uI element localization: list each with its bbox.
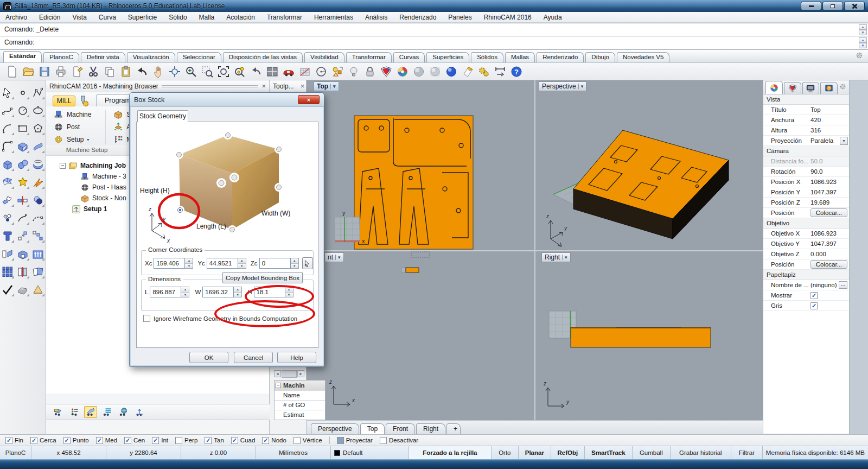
pan-hand-icon[interactable] [151, 64, 165, 79]
menu-transformar[interactable]: Transformar [267, 14, 302, 21]
tab-visibilidad[interactable]: Visibilidad [304, 52, 344, 62]
text-icon[interactable] [1, 229, 15, 243]
rotate-view-icon[interactable] [167, 64, 182, 79]
circle-icon[interactable] [16, 104, 30, 118]
car-icon[interactable] [281, 64, 296, 79]
menu-paneles[interactable]: Paneles [448, 14, 471, 21]
copy-model-bounding-box-button[interactable]: Copy Model Bounding Box [222, 272, 303, 283]
explode-star-icon[interactable] [16, 175, 30, 189]
tab-planosc[interactable]: PlanosC [43, 52, 79, 62]
osnap-med[interactable]: ✓Med [96, 437, 117, 444]
menu-herramientas[interactable]: Herramientas [314, 14, 353, 21]
menu-analisis[interactable]: Análisis [365, 14, 387, 21]
cancel-button[interactable]: Cancel [234, 352, 273, 363]
undo-icon[interactable] [135, 64, 149, 79]
help-icon[interactable]: ? [509, 64, 524, 79]
scroll-left-icon[interactable]: ◄ [274, 370, 281, 377]
menu-vista[interactable]: Vista [72, 14, 86, 21]
yc-input[interactable]: 44.9521 [207, 258, 238, 269]
split-icon[interactable] [16, 193, 30, 207]
length-input[interactable]: 896.887 [150, 287, 181, 297]
zc-spinner[interactable]: ▲▼ [291, 258, 299, 269]
tab-dibujo[interactable]: Dibujo [585, 52, 615, 62]
gcode-lines-icon[interactable] [100, 406, 113, 418]
browser-close-icon[interactable]: × [261, 83, 266, 90]
osnap-desactivar[interactable]: Desactivar [380, 437, 418, 444]
dimension-icon[interactable] [493, 64, 507, 79]
height-spinner[interactable]: ▲▼ [285, 287, 293, 297]
flash-icon[interactable] [31, 175, 45, 189]
shaded-sphere-icon[interactable] [411, 64, 426, 79]
tab-superficies[interactable]: Superficies [426, 52, 469, 62]
machine-axes-icon[interactable] [133, 406, 146, 418]
viewport-label-right[interactable]: Right▾ [541, 252, 571, 262]
tab-renderizado[interactable]: Renderizado [537, 52, 584, 62]
osnap-cuad[interactable]: ✓Cuad [231, 437, 256, 444]
dialog-close-button[interactable]: × [298, 95, 320, 104]
mostrar-checkbox[interactable]: ✓ [810, 292, 818, 299]
simulate-toolpath-icon[interactable] [84, 406, 97, 418]
viewport-right-canvas[interactable]: z y [534, 251, 763, 420]
sphere-icon[interactable] [16, 157, 30, 172]
zoom-in-icon[interactable] [183, 64, 198, 79]
help-tab-icon[interactable]: ? [820, 82, 838, 94]
command-input[interactable]: Comando: ▲ ▼ [0, 36, 868, 50]
history-scroll-up[interactable]: ▲ [859, 24, 867, 30]
array-icon[interactable] [31, 229, 45, 243]
new-file-icon[interactable] [4, 64, 19, 79]
cylinder-gray-icon[interactable] [16, 283, 30, 297]
visibility-icon[interactable] [1, 247, 15, 261]
status-filter[interactable]: Filtrar [731, 446, 763, 459]
history-scroll-down[interactable]: ▼ [859, 30, 867, 35]
viewport-tab-right[interactable]: Right [416, 423, 445, 434]
colocar-button[interactable]: Colocar... [810, 260, 847, 269]
tab-definir-vista[interactable]: Definir vista [81, 52, 125, 62]
scroll-right-icon[interactable]: ► [297, 370, 304, 377]
toolpaths-table-header[interactable]: − Machin [275, 381, 325, 390]
viewport-label-front[interactable]: nt▾ [324, 252, 344, 262]
status-gumball[interactable]: Gumball [633, 446, 671, 459]
mill-module-button[interactable]: MILL [53, 96, 75, 106]
colocar-button[interactable]: Colocar... [810, 208, 847, 217]
viewport-label-perspective[interactable]: Perspective▾ [539, 81, 586, 91]
print-icon[interactable] [53, 64, 68, 79]
fillet-curve-icon[interactable] [1, 140, 15, 154]
osnap-proyectar[interactable]: Proyectar [337, 437, 373, 444]
zoom-selected-icon[interactable] [232, 64, 247, 79]
gris-checkbox[interactable]: ✓ [810, 302, 818, 309]
osnap-punto[interactable]: ✓Punto [63, 437, 89, 444]
check-icon[interactable] [1, 283, 15, 297]
osnap-perp[interactable]: Perp [175, 437, 197, 444]
osnap-fin[interactable]: ✓Fin [5, 437, 23, 444]
menu-ayuda[interactable]: Ayuda [544, 14, 562, 21]
osnap-tan[interactable]: ✓Tan [205, 437, 224, 444]
rhino-shield-tab-icon[interactable] [784, 82, 801, 94]
length-spinner[interactable]: ▲▼ [181, 287, 189, 297]
rectangle-icon[interactable] [16, 122, 30, 136]
height-input[interactable]: 18.1 [254, 287, 285, 297]
menu-archivo[interactable]: Archivo [5, 14, 27, 21]
tab-solidos[interactable]: Sólidos [471, 52, 503, 62]
viewport-tab-front[interactable]: Front [386, 423, 415, 434]
status-cplane[interactable]: PlanoC [0, 446, 31, 459]
width-spinner[interactable]: ▲▼ [234, 287, 242, 297]
open-folder-icon[interactable] [21, 64, 35, 79]
tab-mallas[interactable]: Mallas [505, 52, 535, 62]
toolpath-list-icon[interactable] [68, 406, 81, 418]
pick-point-button[interactable] [302, 257, 313, 269]
extrude-icon[interactable] [31, 247, 45, 261]
close-button[interactable] [844, 2, 865, 10]
status-planar[interactable]: Planar [519, 446, 551, 459]
undo-view-icon[interactable] [248, 64, 263, 79]
stock-geometry-tab[interactable]: Stock Geometry [137, 110, 188, 122]
revolve-icon[interactable] [31, 157, 45, 172]
tab-gear-icon[interactable] [855, 51, 864, 61]
tab-visualizacion[interactable]: Visualización [127, 52, 175, 62]
menu-edicion[interactable]: Edición [39, 14, 60, 21]
panel-gear-icon[interactable] [839, 83, 847, 92]
sweep-surface-icon[interactable] [31, 140, 45, 154]
curve-arrow-icon[interactable] [16, 211, 30, 225]
zoom-extents-icon[interactable] [216, 64, 231, 79]
lock-icon[interactable] [362, 64, 377, 79]
grid-array-icon[interactable] [1, 265, 15, 279]
